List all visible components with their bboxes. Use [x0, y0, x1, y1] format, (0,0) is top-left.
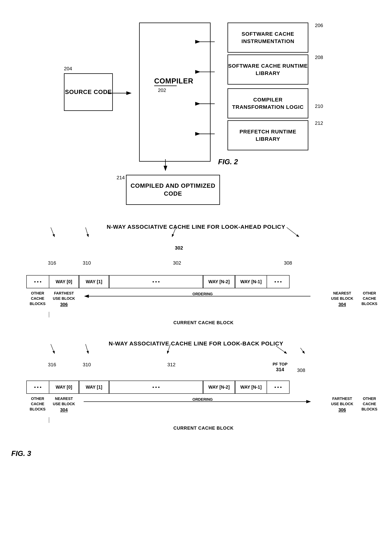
svg-line-19 [276, 346, 287, 354]
cell-wayn2-lb: WAY [N-2] [203, 381, 235, 394]
nearest-lb: NEARESTUSE BLOCK [49, 396, 79, 407]
lookahead-title: N-WAY ASSOCIATIVE CACHE LINE FOR LOOK-AH… [11, 224, 381, 230]
ref-212: 212 [315, 120, 323, 126]
compiler-underline [154, 86, 177, 86]
current-block-la: CURRENT CACHE BLOCK [49, 320, 358, 325]
cell-way1-lb: WAY [1] [79, 381, 109, 394]
prefetch-runtime-box: PREFETCH RUNTIME LIBRARY [228, 120, 308, 150]
ref-210: 210 [315, 103, 323, 109]
cell-dots-right-lb: • • • [267, 381, 289, 394]
output-label: COMPILED AND OPTIMIZED CODE [126, 182, 219, 198]
ref-306-la: 306 [49, 302, 79, 307]
cell-dots-right-la: • • • [267, 275, 289, 288]
box-212-text: PREFETCH RUNTIME LIBRARY [228, 128, 308, 143]
left-other-lb: OTHERCACHEBLOCKS [26, 396, 49, 412]
fig2-diagram: SOURCE CODE 204 COMPILER 202 SOFTWARE CA… [11, 11, 381, 209]
ref-304-la: 304 [326, 302, 358, 307]
ref-214: 214 [117, 175, 125, 181]
cell-way1-la: WAY [1] [79, 275, 109, 288]
cell-way0-la: WAY [0] [49, 275, 79, 288]
software-cache-instrumentation-box: SOFTWARE CACHE INSTRUMENTATION [228, 23, 308, 53]
lookback-section: N-WAY ASSOCIATIVE CACHE LINE FOR LOOK-BA… [11, 340, 381, 431]
cell-dots-left-la: • • • [26, 275, 49, 288]
source-code-label: SOURCE CODE [65, 88, 112, 96]
ref-316-la: 316 [48, 260, 56, 266]
farthest-la: FARTHESTUSE BLOCK [49, 291, 79, 301]
right-other-lb: OTHERCACHEBLOCKS [358, 396, 381, 412]
ordering-arrow-lb: ORDERING [83, 398, 322, 405]
cell-wayn1-la: WAY [N-1] [235, 275, 267, 288]
current-block-lb: CURRENT CACHE BLOCK [49, 425, 358, 431]
left-other-la: OTHERCACHEBLOCKS [26, 291, 49, 306]
compiler-label: COMPILER [154, 77, 193, 85]
ref-308-la: 308 [284, 260, 292, 266]
cell-wayn1-lb: WAY [N-1] [235, 381, 267, 394]
cell-middle-lb: • • • [109, 381, 203, 394]
right-other-la: OTHERCACHEBLOCKS [358, 291, 381, 306]
farthest-lb: FARTHESTUSE BLOCK [326, 396, 358, 407]
cell-way0-lb: WAY [0] [49, 381, 79, 394]
svg-line-20 [300, 348, 305, 354]
fig3-diagram: N-WAY ASSOCIATIVE CACHE LINE FOR LOOK-AH… [11, 224, 381, 431]
ref-310-la: 310 [83, 260, 91, 266]
nearest-la: NEARESTUSE BLOCK [326, 291, 358, 301]
cell-middle-la: • • • [109, 275, 203, 288]
box-210-text: COMPILER TRANSFORMATION LOGIC [228, 96, 308, 111]
ref-arrows-lb [11, 355, 381, 370]
lookahead-cache-line: • • • WAY [0] WAY [1] • • • WAY [N-2] WA… [26, 275, 381, 288]
lookback-cache-line: • • • WAY [0] WAY [1] • • • WAY [N-2] WA… [26, 381, 381, 394]
software-cache-runtime-box: SOFTWARE CACHE RUNTIME LIBRARY [228, 55, 308, 85]
ref-206: 206 [315, 23, 323, 28]
lookahead-section: N-WAY ASSOCIATIVE CACHE LINE FOR LOOK-AH… [11, 224, 381, 325]
ref-304-lb: 304 [49, 407, 79, 412]
compiler-transformation-box: COMPILER TRANSFORMATION LOGIC [228, 88, 308, 118]
svg-text:ORDERING: ORDERING [192, 398, 213, 402]
ref-204: 204 [64, 66, 72, 72]
source-code-box: SOURCE CODE [64, 73, 113, 111]
cell-dots-left-lb: • • • [26, 381, 49, 394]
compiler-box [139, 23, 210, 162]
box-208-text: SOFTWARE CACHE RUNTIME LIBRARY [228, 62, 308, 77]
ordering-arrow-la: ORDERING [83, 292, 322, 300]
fig2-label: FIG. 2 [218, 158, 238, 166]
lookback-title: N-WAY ASSOCIATIVE CACHE LINE FOR LOOK-BA… [11, 340, 381, 347]
box-206-text: SOFTWARE CACHE INSTRUMENTATION [228, 30, 308, 45]
ref-202: 202 [158, 87, 166, 93]
ref-arrows-la [11, 239, 381, 254]
ref-208: 208 [315, 55, 323, 60]
svg-text:ORDERING: ORDERING [192, 292, 213, 296]
cell-wayn2-la: WAY [N-2] [203, 275, 235, 288]
brace-la [49, 311, 358, 318]
fig3-label: FIG. 3 [11, 449, 31, 458]
ref-306-lb: 306 [326, 407, 358, 412]
ref-302-la: 302 [173, 260, 181, 266]
compiled-optimized-box: COMPILED AND OPTIMIZED CODE [126, 175, 220, 205]
brace-lb [49, 416, 358, 424]
